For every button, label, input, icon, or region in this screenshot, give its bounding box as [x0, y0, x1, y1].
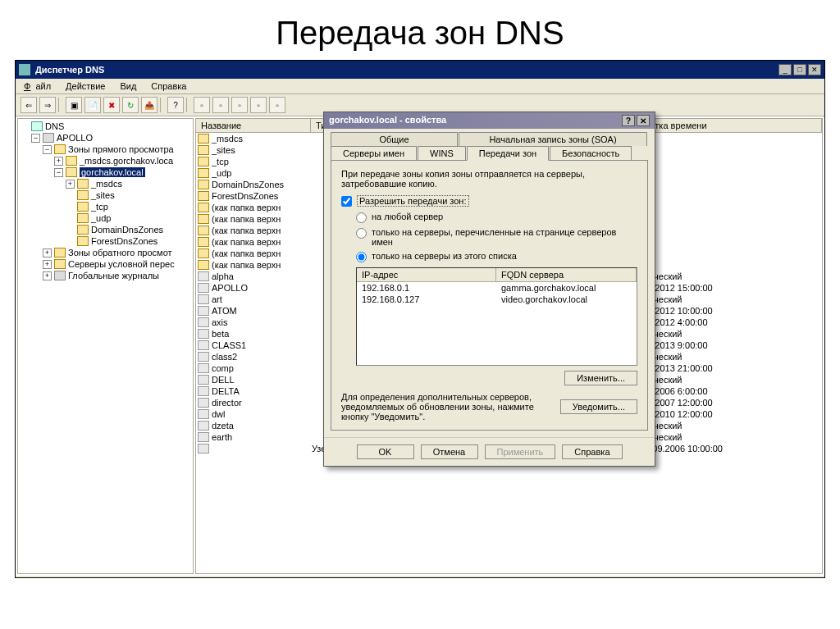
ip-list[interactable]: IP-адрес FQDN сервера 192.168.0.1gamma.g… — [356, 267, 637, 366]
record-icon — [198, 317, 209, 327]
tree-fwd-zones[interactable]: −Зоны прямого просмотра — [20, 144, 191, 155]
help-button[interactable]: ? — [167, 97, 184, 113]
tree-panel[interactable]: DNS −APOLLO −Зоны прямого просмотра +_ms… — [17, 118, 194, 574]
tab-security[interactable]: Безопасность — [550, 146, 632, 160]
tool-c[interactable]: ▫ — [231, 97, 248, 113]
app-window: Диспетчер DNS _ □ ✕ Файл Действие Вид Сп… — [15, 60, 825, 578]
folder-icon — [198, 145, 209, 155]
toolbar-sep3 — [186, 98, 191, 112]
delete-button[interactable]: ✖ — [103, 97, 120, 113]
menubar: Файл Действие Вид Справка — [16, 79, 824, 94]
menu-help[interactable]: Справка — [149, 80, 188, 92]
dialog-titlebar[interactable]: gorchakov.local - свойства ?✕ — [324, 112, 655, 129]
folder-icon — [198, 180, 209, 189]
col-ts[interactable]: метка времени — [639, 119, 822, 132]
tree-rev-zones[interactable]: +Зоны обратного просмот — [20, 247, 191, 258]
toolbar-sep2 — [160, 98, 165, 112]
radio-group: на любой сервер только на серверы, переч… — [356, 212, 637, 262]
dns-icon — [31, 121, 43, 131]
tab-nameservers[interactable]: Серверы имен — [331, 146, 417, 160]
tree-cond-fwd[interactable]: +Серверы условной перес — [20, 258, 191, 270]
tree-sub[interactable]: _udp — [20, 212, 191, 224]
tree-global-logs[interactable]: +Глобальные журналы — [20, 270, 191, 281]
folder-icon — [77, 225, 89, 235]
folder-icon — [77, 202, 89, 212]
toolbar-sep — [58, 98, 63, 112]
folder-icon — [77, 190, 89, 200]
record-icon — [198, 294, 209, 304]
folder-icon — [66, 167, 77, 177]
tree-zone-msdcs[interactable]: +_msdcs.gorchakov.loca — [20, 155, 191, 166]
record-icon — [198, 306, 209, 316]
minimize-button[interactable]: _ — [778, 64, 792, 75]
window-buttons: _ □ ✕ — [778, 64, 821, 75]
col-name[interactable]: Название — [196, 119, 311, 132]
refresh-button[interactable]: ↻ — [122, 97, 139, 113]
notify-button[interactable]: Уведомить... — [560, 399, 637, 414]
folder-icon — [198, 214, 209, 224]
close-button[interactable]: ✕ — [808, 64, 821, 75]
col-fqdn[interactable]: FQDN сервера — [496, 268, 637, 281]
tree-sub[interactable]: +_msdcs — [20, 178, 191, 189]
radio-ns-page[interactable]: только на серверы, перечисленные на стра… — [356, 227, 637, 247]
edit-button[interactable]: Изменить... — [564, 371, 637, 385]
record-icon — [198, 421, 209, 431]
folder-icon — [198, 168, 209, 178]
tool-a[interactable]: ▫ — [194, 97, 210, 113]
folder-icon — [54, 144, 66, 154]
tool-e[interactable]: ▫ — [269, 97, 285, 113]
iplist-row[interactable]: 192.168.0.1gamma.gorchakov.local — [357, 282, 637, 294]
tab-panel: При передаче зоны копия зоны отправляетс… — [331, 160, 648, 431]
record-icon — [198, 409, 209, 419]
tool-d[interactable]: ▫ — [250, 97, 267, 113]
dialog-help-button[interactable]: ? — [622, 115, 635, 126]
titlebar[interactable]: Диспетчер DNS _ □ ✕ — [16, 61, 824, 79]
folder-icon — [198, 237, 209, 247]
info-text: При передаче зоны копия зоны отправляетс… — [341, 169, 637, 189]
folder-icon — [198, 134, 209, 144]
back-button[interactable]: ⇐ — [21, 97, 37, 113]
record-icon — [198, 386, 209, 396]
tree-sub[interactable]: ForestDnsZones — [20, 235, 191, 247]
tree-sub[interactable]: _sites — [20, 189, 191, 201]
menu-view[interactable]: Вид — [118, 80, 138, 92]
tree-server[interactable]: −APOLLO — [20, 132, 191, 144]
dialog-title: gorchakov.local - свойства — [329, 115, 620, 126]
server-icon — [43, 133, 54, 143]
help-button[interactable]: Справка — [562, 444, 622, 459]
cancel-button[interactable]: Отмена — [421, 444, 478, 459]
radio-list[interactable]: только на серверы из этого списка — [356, 251, 637, 262]
maximize-button[interactable]: □ — [793, 64, 806, 75]
apply-button[interactable]: Применить — [485, 444, 556, 459]
folder-icon — [77, 236, 89, 246]
folder-icon — [198, 248, 209, 258]
tabs-row-back: Общие Начальная запись зоны (SOA) — [324, 129, 655, 146]
tree-zone-gorchakov[interactable]: −gorchakov.local — [20, 166, 191, 178]
tree-sub[interactable]: _tcp — [20, 201, 191, 212]
tab-zone-transfer[interactable]: Передачи зон — [467, 146, 549, 161]
folder-icon — [198, 226, 209, 235]
record-icon — [198, 363, 209, 373]
dialog-close-button[interactable]: ✕ — [637, 115, 650, 126]
up-button[interactable]: ▣ — [66, 97, 82, 113]
export-button[interactable]: 📤 — [141, 97, 158, 113]
tab-general[interactable]: Общие — [331, 132, 458, 146]
tree-root[interactable]: DNS — [20, 121, 191, 132]
notify-info: Для определения дополнительных серверов,… — [341, 392, 552, 422]
col-ip[interactable]: IP-адрес — [357, 268, 496, 281]
tab-wins[interactable]: WINS — [418, 146, 466, 160]
iplist-row[interactable]: 192.168.0.127video.gorchakov.local — [357, 294, 637, 305]
record-icon — [198, 340, 209, 350]
fwd-button[interactable]: ⇒ — [39, 97, 56, 113]
tree-sub[interactable]: DomainDnsZones — [20, 224, 191, 235]
props-button[interactable]: 📄 — [84, 97, 101, 113]
radio-any[interactable]: на любой сервер — [356, 212, 637, 223]
record-icon — [198, 398, 209, 408]
ok-button[interactable]: OK — [357, 444, 414, 459]
menu-file[interactable]: Файл — [21, 80, 52, 92]
allow-transfer-checkbox[interactable]: Разрешить передачи зон: — [341, 195, 637, 207]
allow-checkbox[interactable] — [341, 196, 352, 207]
tool-b[interactable]: ▫ — [212, 97, 229, 113]
tab-soa[interactable]: Начальная запись зоны (SOA) — [459, 132, 647, 146]
menu-action[interactable]: Действие — [64, 80, 107, 92]
